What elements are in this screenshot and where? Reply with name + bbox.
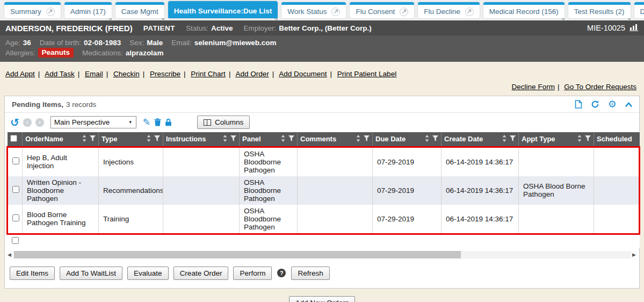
scroll-right-icon[interactable]: ▶ (632, 253, 636, 257)
filter-icon[interactable] (364, 135, 370, 143)
add-to-waitlist-button[interactable]: Add To WaitList (60, 267, 122, 280)
row-checkbox[interactable] (12, 186, 19, 193)
link-checkin[interactable]: Checkin (113, 70, 140, 78)
scrollbar-thumb[interactable] (14, 251, 461, 258)
popout-icon[interactable] (400, 8, 408, 16)
cell-due-date: 07-29-2019 (373, 147, 442, 176)
cell-type: Injections (99, 147, 163, 176)
tab-documents[interactable]: Documents (29) (634, 2, 644, 18)
cell-scheduled (594, 205, 640, 234)
link-add-document[interactable]: Add Document (279, 70, 327, 78)
lock-icon[interactable] (165, 118, 172, 126)
link-add-order[interactable]: Add Order (235, 70, 269, 78)
link-go-to-order-requests[interactable]: Go To Order Requests (564, 83, 636, 91)
select-all-checkbox[interactable] (10, 135, 17, 142)
link-print-chart[interactable]: Print Chart (191, 70, 226, 78)
tab-flu-decline[interactable]: Flu Decline (418, 2, 480, 18)
patient-allergies: Allergies: Peanuts (5, 48, 74, 57)
refresh-icon[interactable] (591, 100, 599, 109)
create-order-button[interactable]: Create Order (173, 267, 229, 280)
sort-icon[interactable] (147, 135, 151, 143)
filter-icon[interactable] (154, 135, 160, 143)
refresh-button[interactable]: Refresh (291, 267, 329, 280)
table-row[interactable]: Hep B, Adult Injection Injections OSHA B… (8, 147, 640, 176)
header-due-date[interactable]: Due Date (373, 132, 442, 147)
filter-icon[interactable] (510, 135, 516, 143)
sort-icon[interactable] (281, 135, 285, 143)
link-print-patient-label[interactable]: Print Patient Label (337, 70, 396, 78)
popout-icon[interactable] (331, 8, 340, 16)
tab-summary[interactable]: Summary (4, 2, 61, 18)
sort-icon[interactable] (82, 135, 86, 143)
link-decline-form[interactable]: Decline Form (512, 83, 555, 91)
add-new-orders-button[interactable]: Add New Orders (289, 296, 356, 302)
header-panel[interactable]: Panel (240, 132, 298, 147)
header-create-date[interactable]: Create Date (442, 132, 519, 147)
link-separator (558, 83, 560, 91)
perspective-select[interactable]: Main Perspective ▼ (50, 116, 136, 128)
table-row[interactable]: Written Opinion - Bloodborne Pathogen Re… (8, 176, 640, 205)
cell-create-date: 06-14-2019 14:36:17 (442, 205, 519, 234)
bar-chart-icon[interactable] (629, 23, 639, 33)
link-prescribe[interactable]: Prescribe (150, 70, 180, 78)
chart-tab-bar: Summary Admin (17) Case Mgmt Health Surv… (0, 0, 644, 20)
row-checkbox[interactable] (12, 214, 19, 221)
gear-icon[interactable]: ⚙ (608, 99, 617, 109)
horizontal-scrollbar[interactable]: ◀ ▶ (8, 251, 636, 259)
cell-create-date: 06-14-2019 14:36:17 (442, 176, 519, 205)
popout-icon[interactable] (46, 8, 55, 16)
tab-test-results[interactable]: Test Results (2) (568, 2, 631, 18)
tab-work-status[interactable]: Work Status (281, 2, 346, 18)
tab-case-mgmt[interactable]: Case Mgmt (115, 2, 164, 18)
row-checkbox[interactable] (12, 237, 19, 244)
header-instructions[interactable]: Instructions (163, 132, 240, 147)
filter-icon[interactable] (585, 135, 591, 143)
filter-icon[interactable] (90, 135, 96, 143)
dob-label: Date of birth: (40, 39, 81, 47)
sort-icon[interactable] (223, 135, 227, 143)
scrollbar-track[interactable] (13, 251, 631, 258)
header-appt-type[interactable]: Appt Type (519, 132, 594, 147)
cell-instructions (163, 147, 240, 176)
trash-icon[interactable] (154, 118, 161, 126)
filter-icon[interactable] (432, 135, 438, 143)
history-forward-icon[interactable]: › (35, 118, 44, 127)
new-document-icon[interactable] (575, 100, 582, 109)
edit-items-button[interactable]: Edit Items (10, 267, 55, 280)
tab-flu-consent[interactable]: Flu Consent (350, 2, 414, 18)
undo-icon[interactable]: ↺ (10, 117, 19, 128)
tab-label: Flu Decline (424, 8, 460, 16)
tab-medical-record[interactable]: Medical Record (156) (483, 2, 565, 18)
cell-panel: OSHA Bloodborne Pathogen (240, 205, 298, 234)
perform-button[interactable]: Perform (233, 267, 272, 280)
table-row[interactable]: Blood Borne Pathogen Training Training O… (8, 205, 640, 234)
sort-icon[interactable] (356, 135, 360, 143)
header-scheduled[interactable]: Scheduled (594, 132, 640, 147)
filter-icon[interactable] (288, 135, 294, 143)
header-type[interactable]: Type (99, 132, 163, 147)
header-ordername[interactable]: OrderName (23, 132, 99, 147)
tab-health-surveillance-due-list[interactable]: Health Surveillance:Due List (168, 1, 278, 18)
columns-button[interactable]: Columns (197, 116, 250, 129)
cell-panel: OSHA Bloodborne Pathogen (240, 147, 298, 176)
link-email[interactable]: Email (85, 70, 103, 78)
sort-icon[interactable] (425, 135, 429, 143)
tab-admin[interactable]: Admin (17) (64, 2, 112, 18)
link-add-task[interactable]: Add Task (45, 70, 74, 78)
evaluate-button[interactable]: Evaluate (127, 267, 169, 280)
edit-perspective-icon[interactable]: ✎ (143, 118, 150, 127)
sort-icon[interactable] (502, 135, 506, 143)
popout-icon[interactable] (465, 8, 474, 16)
help-icon[interactable]: ? (277, 269, 286, 277)
secondary-links-row: Decline Form Go To Order Requests (0, 78, 644, 91)
link-separator (143, 70, 145, 78)
collapse-panel-icon[interactable] (625, 102, 632, 107)
filter-icon[interactable] (230, 135, 236, 143)
sort-icon[interactable] (577, 135, 582, 143)
header-comments[interactable]: Comments (298, 132, 373, 147)
link-add-appt[interactable]: Add Appt (5, 70, 35, 78)
scroll-left-icon[interactable]: ◀ (8, 253, 12, 257)
history-back-icon[interactable]: ‹ (23, 118, 32, 127)
allergy-badge[interactable]: Peanuts (38, 48, 74, 57)
row-checkbox[interactable] (12, 157, 19, 164)
